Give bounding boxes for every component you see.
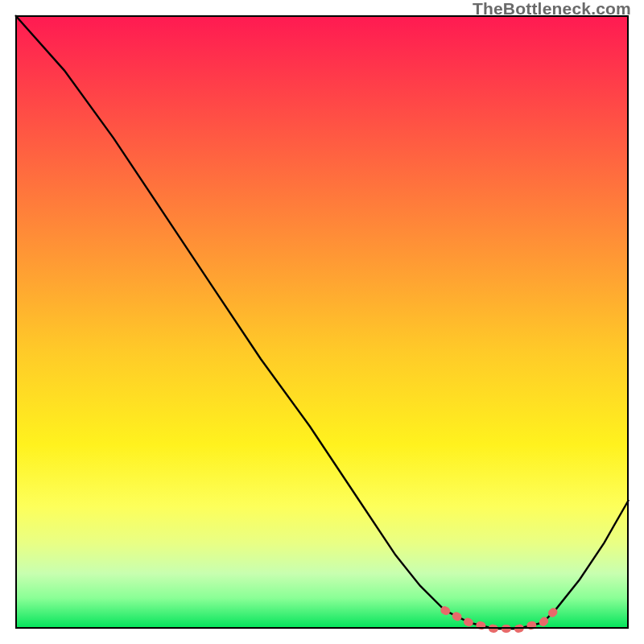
watermark-text: TheBottleneck.com: [473, 0, 631, 19]
curve-main-line: [15, 15, 629, 629]
bottleneck-curve: [15, 15, 629, 629]
